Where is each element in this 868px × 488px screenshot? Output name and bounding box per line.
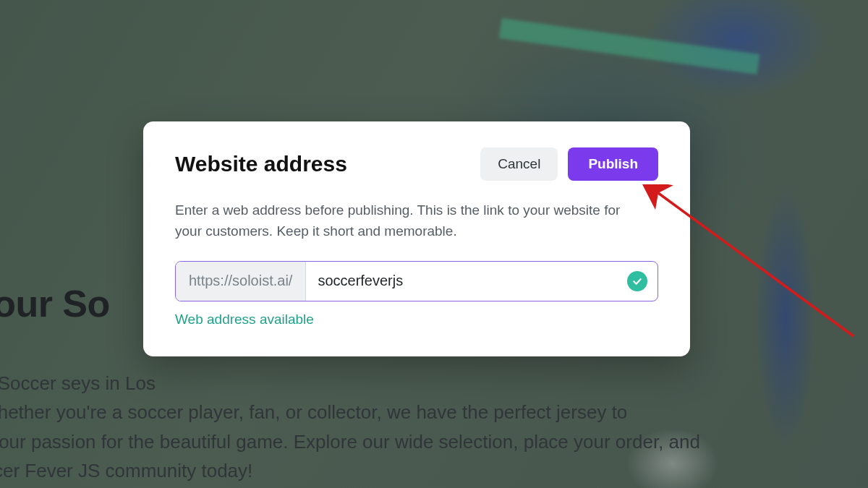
modal-title: Website address [175, 152, 347, 176]
page-body-fragment: ome to Soccer seys in Los eles. Whether … [0, 369, 861, 485]
url-input-group: https://soloist.ai/ [175, 261, 658, 301]
availability-status: Web address available [175, 312, 658, 328]
publish-modal: Website address Cancel Publish Enter a w… [143, 121, 690, 356]
modal-header: Website address Cancel Publish [175, 147, 658, 181]
check-icon [627, 271, 647, 291]
cancel-button[interactable]: Cancel [480, 147, 558, 181]
page-heading-fragment: t Your So [0, 282, 110, 325]
url-input-wrapper [306, 262, 658, 301]
website-address-input[interactable] [318, 273, 646, 289]
modal-description: Enter a web address before publishing. T… [175, 200, 638, 242]
url-prefix-label: https://soloist.ai/ [176, 262, 306, 301]
publish-button[interactable]: Publish [568, 147, 658, 181]
modal-actions: Cancel Publish [480, 147, 658, 181]
